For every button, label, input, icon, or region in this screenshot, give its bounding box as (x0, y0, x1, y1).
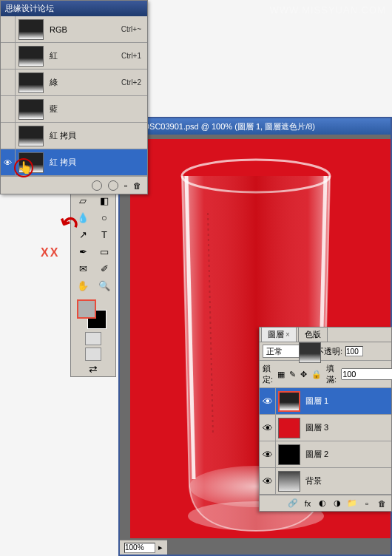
new-layer-icon[interactable]: ▫ (362, 498, 372, 509)
channel-shortcut: Ctrl+1 (121, 52, 141, 60)
zoom-tool[interactable]: 🔍 (94, 277, 115, 294)
layer-name[interactable]: 圖層 2 (303, 449, 328, 460)
link-icon[interactable]: 🔗 (288, 498, 298, 509)
load-selection-icon[interactable] (92, 180, 102, 191)
channel-thumb (18, 126, 44, 146)
opacity-input[interactable] (345, 346, 363, 356)
layer-lock-row: 鎖定: ▦ ✎ ✥ 🔒 填滿: (260, 361, 391, 388)
quickmask-icon[interactable] (85, 332, 101, 345)
gradient-tool[interactable]: ◧ (94, 192, 115, 208)
layer-name[interactable]: 圖層 3 (303, 422, 328, 433)
close-tab-icon[interactable]: × (285, 330, 290, 339)
fill-label: 填滿: (326, 363, 337, 385)
status-bar: ▸ (120, 540, 167, 555)
trash-icon[interactable]: 🗑 (376, 498, 387, 509)
lock-paint-icon[interactable]: ✎ (289, 369, 296, 379)
layer-row-1[interactable]: 👁 圖層 1 (260, 388, 391, 415)
layers-panel: 圖層× 色版 正常 不透明: 鎖定: ▦ ✎ ✥ 🔒 填滿: 👁 圖層 1 👁 … (259, 327, 392, 512)
visibility-toggle[interactable]: 👁 (260, 441, 276, 468)
color-swatches[interactable] (72, 296, 114, 328)
screenmode-icon[interactable] (85, 348, 101, 361)
layer-thumb[interactable] (278, 444, 300, 465)
dodge-tool[interactable]: ○ (94, 209, 115, 226)
eyedrop-tool[interactable]: ✐ (94, 260, 115, 277)
zoom-input[interactable] (124, 543, 155, 553)
tab-layers[interactable]: 圖層× (261, 327, 297, 342)
status-arrow-icon[interactable]: ▸ (158, 543, 163, 552)
layer-row-3[interactable]: 👁 圖層 3 (260, 415, 391, 441)
layer-row-2[interactable]: 👁 圖層 2 (260, 441, 391, 468)
visibility-toggle[interactable]: 👁 (260, 415, 276, 441)
visibility-toggle[interactable] (1, 70, 16, 96)
annotation-xx: XX (41, 246, 59, 260)
lock-label: 鎖定: (263, 363, 273, 385)
channel-rgb[interactable]: RGB Ctrl+~ (1, 16, 147, 43)
folder-icon[interactable]: 📁 (347, 498, 357, 509)
document-titlebar[interactable]: Ps _DSC03901.psd @ 100% (圖層 1, 圖層遮色片/8) (120, 118, 391, 135)
layers-footer: 🔗 fx ◐ ◑ 📁 ▫ 🗑 (260, 495, 391, 511)
channel-thumb (18, 72, 44, 93)
visibility-toggle[interactable] (1, 43, 16, 70)
fx-icon[interactable]: fx (303, 498, 313, 509)
type-tool[interactable]: T (94, 226, 115, 243)
mask-icon[interactable]: ◐ (317, 498, 328, 509)
layer-thumb[interactable] (299, 342, 321, 363)
visibility-toggle[interactable] (1, 123, 16, 149)
channel-thumb (18, 19, 44, 40)
channels-footer: ▫ 🗑 (1, 176, 147, 194)
channel-green[interactable]: 綠 Ctrl+2 (1, 70, 147, 96)
layers-tabs: 圖層× 色版 (260, 328, 391, 342)
visibility-toggle[interactable] (1, 96, 16, 123)
channel-name: 紅 拷貝 (47, 157, 147, 168)
foreground-swatch[interactable] (77, 299, 96, 319)
channel-shortcut: Ctrl+2 (121, 78, 141, 87)
notes-tool[interactable]: ✉ (72, 260, 93, 277)
channel-shortcut: Ctrl+~ (121, 25, 141, 33)
channel-red-copy[interactable]: 紅 拷貝 (1, 123, 147, 149)
lock-transparency-icon[interactable]: ▦ (277, 369, 285, 379)
channel-thumb (18, 46, 44, 67)
visibility-toggle[interactable]: 👁 (260, 388, 276, 415)
document-title: _DSC03901.psd @ 100% (圖層 1, 圖層遮色片/8) (139, 121, 315, 132)
channel-thumb (18, 99, 44, 120)
visibility-toggle[interactable]: 👁 (260, 468, 276, 495)
channel-name: 紅 拷貝 (47, 130, 147, 141)
adjustment-icon[interactable]: ◑ (332, 498, 342, 509)
layer-row-bg[interactable]: 👁 背景 (260, 468, 391, 495)
new-channel-icon[interactable]: ▫ (124, 181, 127, 190)
fill-input[interactable] (341, 368, 392, 380)
layer-thumb[interactable] (278, 471, 300, 492)
lock-move-icon[interactable]: ✥ (300, 369, 307, 379)
shape-tool[interactable]: ▭ (94, 243, 115, 260)
jump-icon[interactable]: ⇄ (89, 363, 98, 375)
eraser-tool[interactable]: ▱ (72, 192, 93, 208)
lock-all-icon[interactable]: 🔒 (311, 369, 322, 379)
channels-title: 思缘设计论坛 (1, 1, 147, 16)
layer-thumb[interactable] (278, 418, 300, 438)
channel-blue[interactable]: 藍 (1, 96, 147, 123)
delete-channel-icon[interactable]: 🗑 (133, 181, 141, 190)
layer-name[interactable]: 圖層 1 (303, 396, 328, 407)
layer-options: 正常 不透明: (260, 342, 391, 361)
watermark: WWW.MISSYUAN.COM (269, 4, 386, 16)
hand-cursor-icon: 👆 (18, 160, 33, 174)
layer-mask-thumb[interactable] (278, 391, 300, 412)
hand-tool[interactable]: ✋ (72, 277, 93, 294)
save-selection-icon[interactable] (108, 180, 118, 191)
tab-channels[interactable]: 色版 (298, 327, 328, 342)
visibility-toggle[interactable] (1, 16, 16, 43)
pen-tool[interactable]: ✒ (72, 243, 93, 260)
layer-name[interactable]: 背景 (303, 475, 322, 486)
channel-name: 藍 (47, 104, 147, 115)
channel-red[interactable]: 紅 Ctrl+1 (1, 43, 147, 70)
visibility-toggle[interactable]: 👁 (1, 149, 16, 176)
